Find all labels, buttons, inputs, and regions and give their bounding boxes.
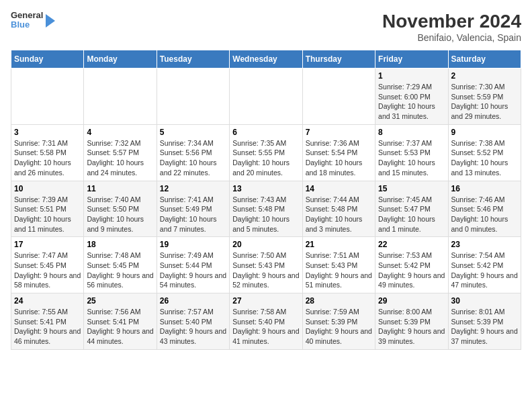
calendar-cell: 5Sunrise: 7:34 AM Sunset: 5:56 PM Daylig… — [157, 124, 229, 181]
day-info: Sunrise: 7:55 AM Sunset: 5:41 PM Dayligh… — [14, 307, 81, 347]
day-number: 30 — [451, 296, 518, 306]
day-info: Sunrise: 7:34 AM Sunset: 5:56 PM Dayligh… — [160, 138, 226, 178]
day-info: Sunrise: 7:45 AM Sunset: 5:47 PM Dayligh… — [378, 195, 445, 234]
calendar-cell: 8Sunrise: 7:37 AM Sunset: 5:53 PM Daylig… — [375, 124, 448, 181]
calendar-cell: 14Sunrise: 7:44 AM Sunset: 5:48 PM Dayli… — [302, 181, 375, 237]
day-info: Sunrise: 7:49 AM Sunset: 5:44 PM Dayligh… — [160, 250, 226, 290]
calendar-cell: 15Sunrise: 7:45 AM Sunset: 5:47 PM Dayli… — [375, 181, 448, 237]
day-info: Sunrise: 7:57 AM Sunset: 5:40 PM Dayligh… — [160, 307, 226, 347]
calendar-week-row: 17Sunrise: 7:47 AM Sunset: 5:45 PM Dayli… — [11, 237, 521, 293]
day-info: Sunrise: 7:44 AM Sunset: 5:48 PM Dayligh… — [306, 195, 372, 234]
day-info: Sunrise: 7:36 AM Sunset: 5:54 PM Dayligh… — [306, 138, 372, 178]
calendar-cell: 21Sunrise: 7:51 AM Sunset: 5:43 PM Dayli… — [302, 237, 375, 293]
calendar-cell: 9Sunrise: 7:38 AM Sunset: 5:52 PM Daylig… — [448, 124, 521, 181]
day-number: 29 — [378, 296, 445, 306]
day-info: Sunrise: 7:59 AM Sunset: 5:39 PM Dayligh… — [306, 307, 372, 347]
day-info: Sunrise: 7:56 AM Sunset: 5:41 PM Dayligh… — [87, 307, 153, 347]
day-number: 3 — [14, 128, 81, 137]
day-number: 24 — [14, 296, 81, 306]
calendar-header-row: SundayMondayTuesdayWednesdayThursdayFrid… — [11, 50, 521, 68]
calendar-cell — [84, 68, 157, 125]
weekday-header-wednesday: Wednesday — [230, 50, 302, 68]
day-number: 15 — [378, 184, 445, 193]
calendar-cell: 18Sunrise: 7:48 AM Sunset: 5:45 PM Dayli… — [84, 237, 157, 293]
page-header: General Blue November 2024 Benifaio, Val… — [11, 11, 521, 43]
day-number: 12 — [160, 184, 226, 193]
calendar-cell: 6Sunrise: 7:35 AM Sunset: 5:55 PM Daylig… — [230, 124, 302, 181]
weekday-header-friday: Friday — [375, 50, 448, 68]
calendar-cell: 13Sunrise: 7:43 AM Sunset: 5:48 PM Dayli… — [230, 181, 302, 237]
calendar-cell: 20Sunrise: 7:50 AM Sunset: 5:43 PM Dayli… — [230, 237, 302, 293]
logo-line1: General — [11, 11, 43, 20]
calendar-cell — [11, 68, 84, 125]
day-info: Sunrise: 7:31 AM Sunset: 5:58 PM Dayligh… — [14, 138, 81, 178]
logo-arrow-icon — [46, 14, 55, 28]
day-info: Sunrise: 8:00 AM Sunset: 5:39 PM Dayligh… — [378, 307, 445, 347]
day-number: 8 — [378, 128, 445, 137]
calendar-cell: 11Sunrise: 7:40 AM Sunset: 5:50 PM Dayli… — [84, 181, 157, 237]
weekday-header-monday: Monday — [84, 50, 157, 68]
day-number: 10 — [14, 184, 81, 193]
day-number: 6 — [232, 128, 299, 137]
day-number: 26 — [160, 296, 226, 306]
day-number: 9 — [451, 128, 518, 137]
logo-text: General Blue — [11, 11, 43, 30]
day-number: 21 — [306, 240, 372, 249]
calendar-cell — [230, 68, 302, 125]
day-number: 13 — [232, 184, 299, 193]
day-info: Sunrise: 7:35 AM Sunset: 5:55 PM Dayligh… — [232, 138, 299, 178]
calendar-cell: 2Sunrise: 7:30 AM Sunset: 5:59 PM Daylig… — [448, 68, 521, 125]
day-number: 18 — [87, 240, 153, 249]
day-info: Sunrise: 7:40 AM Sunset: 5:50 PM Dayligh… — [87, 195, 153, 234]
day-info: Sunrise: 7:51 AM Sunset: 5:43 PM Dayligh… — [306, 250, 372, 290]
logo-line2: Blue — [11, 20, 43, 30]
calendar-cell: 3Sunrise: 7:31 AM Sunset: 5:58 PM Daylig… — [11, 124, 84, 181]
calendar-cell: 25Sunrise: 7:56 AM Sunset: 5:41 PM Dayli… — [84, 293, 157, 350]
day-info: Sunrise: 7:30 AM Sunset: 5:59 PM Dayligh… — [451, 82, 518, 122]
calendar-week-row: 1Sunrise: 7:29 AM Sunset: 6:00 PM Daylig… — [11, 68, 521, 125]
month-title: November 2024 — [382, 11, 521, 32]
weekday-header-thursday: Thursday — [302, 50, 375, 68]
day-info: Sunrise: 7:43 AM Sunset: 5:48 PM Dayligh… — [232, 195, 299, 234]
calendar-cell: 29Sunrise: 8:00 AM Sunset: 5:39 PM Dayli… — [375, 293, 448, 350]
calendar-cell: 7Sunrise: 7:36 AM Sunset: 5:54 PM Daylig… — [302, 124, 375, 181]
day-info: Sunrise: 7:37 AM Sunset: 5:53 PM Dayligh… — [378, 138, 445, 178]
day-number: 2 — [451, 71, 518, 81]
calendar-week-row: 3Sunrise: 7:31 AM Sunset: 5:58 PM Daylig… — [11, 124, 521, 181]
weekday-header-saturday: Saturday — [448, 50, 521, 68]
location-title: Benifaio, Valencia, Spain — [382, 32, 521, 43]
day-info: Sunrise: 7:32 AM Sunset: 5:57 PM Dayligh… — [87, 138, 153, 178]
logo: General Blue — [11, 11, 55, 30]
day-info: Sunrise: 7:41 AM Sunset: 5:49 PM Dayligh… — [160, 195, 226, 234]
weekday-header-sunday: Sunday — [11, 50, 84, 68]
calendar-cell: 19Sunrise: 7:49 AM Sunset: 5:44 PM Dayli… — [157, 237, 229, 293]
day-number: 5 — [160, 128, 226, 137]
day-info: Sunrise: 7:54 AM Sunset: 5:42 PM Dayligh… — [451, 250, 518, 290]
calendar-cell — [302, 68, 375, 125]
weekday-header-tuesday: Tuesday — [157, 50, 229, 68]
day-info: Sunrise: 7:39 AM Sunset: 5:51 PM Dayligh… — [14, 195, 81, 234]
day-number: 25 — [87, 296, 153, 306]
calendar-cell: 17Sunrise: 7:47 AM Sunset: 5:45 PM Dayli… — [11, 237, 84, 293]
day-info: Sunrise: 7:38 AM Sunset: 5:52 PM Dayligh… — [451, 138, 518, 178]
calendar-cell — [157, 68, 229, 125]
day-number: 4 — [87, 128, 153, 137]
day-info: Sunrise: 7:46 AM Sunset: 5:46 PM Dayligh… — [451, 195, 518, 234]
day-info: Sunrise: 7:29 AM Sunset: 6:00 PM Dayligh… — [378, 82, 445, 122]
calendar-cell: 10Sunrise: 7:39 AM Sunset: 5:51 PM Dayli… — [11, 181, 84, 237]
calendar-cell: 27Sunrise: 7:58 AM Sunset: 5:40 PM Dayli… — [230, 293, 302, 350]
day-number: 23 — [451, 240, 518, 249]
calendar-cell: 4Sunrise: 7:32 AM Sunset: 5:57 PM Daylig… — [84, 124, 157, 181]
calendar-cell: 23Sunrise: 7:54 AM Sunset: 5:42 PM Dayli… — [448, 237, 521, 293]
day-number: 14 — [306, 184, 372, 193]
calendar-cell: 30Sunrise: 8:01 AM Sunset: 5:39 PM Dayli… — [448, 293, 521, 350]
day-info: Sunrise: 7:58 AM Sunset: 5:40 PM Dayligh… — [232, 307, 299, 347]
title-block: November 2024 Benifaio, Valencia, Spain — [382, 11, 521, 43]
day-info: Sunrise: 8:01 AM Sunset: 5:39 PM Dayligh… — [451, 307, 518, 347]
day-number: 27 — [232, 296, 299, 306]
day-number: 1 — [378, 71, 445, 81]
calendar-cell: 12Sunrise: 7:41 AM Sunset: 5:49 PM Dayli… — [157, 181, 229, 237]
day-number: 7 — [306, 128, 372, 137]
day-info: Sunrise: 7:53 AM Sunset: 5:42 PM Dayligh… — [378, 250, 445, 290]
day-number: 17 — [14, 240, 81, 249]
